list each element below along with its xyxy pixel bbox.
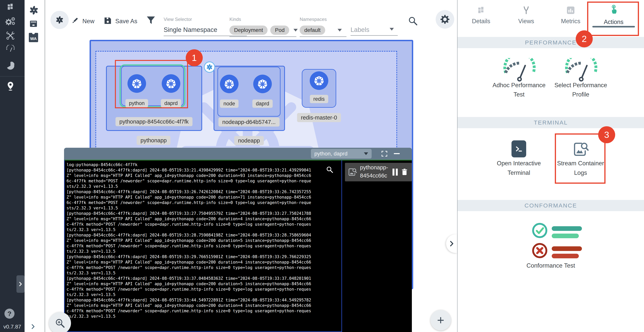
tools-icon[interactable] xyxy=(6,31,15,40)
tab-metrics[interactable]: Metrics xyxy=(553,4,588,29)
kinds-dropdown[interactable]: Deployment Pod xyxy=(230,25,298,35)
new-label: New xyxy=(82,18,94,25)
webassembly-icon[interactable]: WA xyxy=(29,33,38,42)
action-label: Profile xyxy=(572,91,589,98)
gauge-icon xyxy=(562,58,600,83)
labels-dropdown[interactable]: Labels xyxy=(350,24,398,35)
pod-name-label: redis-master-0 xyxy=(297,113,341,122)
chevron-down-icon xyxy=(390,28,394,30)
pause-icon[interactable] xyxy=(392,169,398,176)
rail-divider xyxy=(0,76,24,77)
version-label: v0.7.87 xyxy=(0,324,24,330)
settings-button[interactable] xyxy=(436,10,454,29)
chevron-down-icon xyxy=(294,29,298,31)
app-root: ? v0.7.87 WA New Save As View Selector S… xyxy=(0,0,644,332)
fail-line xyxy=(552,246,582,251)
kubernetes-container-icon xyxy=(256,78,268,90)
log-viewport[interactable]: log:pythonapp-8454cc66c-4f7fk [pythonapp… xyxy=(64,160,342,332)
funnel-icon[interactable] xyxy=(146,15,156,25)
pod-name-label: nodeapp-d64b5747... xyxy=(218,118,280,127)
gauge-icon[interactable] xyxy=(6,45,16,53)
annotation-box-1 xyxy=(115,60,188,108)
container-node[interactable] xyxy=(220,75,238,93)
panel-collapse-button[interactable] xyxy=(446,234,457,253)
annotation-box-2 xyxy=(587,1,639,36)
terminal-header: python, daprd xyxy=(64,148,412,160)
kubernetes-container-icon xyxy=(223,78,235,90)
zoom-in-icon xyxy=(54,318,66,329)
conformance-header: CONFORMANCE xyxy=(458,200,644,211)
details-grid-icon xyxy=(477,6,486,15)
kinds-label: Kinds xyxy=(230,17,241,22)
container-selector-value: python, daprd xyxy=(314,151,364,157)
tab-label: Views xyxy=(518,18,534,25)
action-label: Conformance Test xyxy=(526,262,575,269)
wa-label: WA xyxy=(29,36,38,41)
check-circle-icon xyxy=(532,222,548,239)
cluster-button[interactable] xyxy=(50,11,69,29)
container-daprd-node[interactable] xyxy=(253,75,272,93)
metrics-bars-icon xyxy=(566,6,575,15)
pod-name-label: pythonapp-8454cc66c-4f7fk xyxy=(116,117,192,126)
pie-chart-icon[interactable] xyxy=(6,61,15,70)
annotation-box-3 xyxy=(555,133,606,184)
stream-tab-title: 8454cc66c xyxy=(360,172,387,179)
annotation-badge-2: 2 xyxy=(576,30,593,47)
zoom-button[interactable] xyxy=(49,312,71,332)
new-button[interactable]: New xyxy=(70,15,97,26)
action-label: Terminal xyxy=(508,169,530,176)
plugin-rail: WA xyxy=(24,0,45,332)
minimize-icon[interactable] xyxy=(394,153,400,154)
magnifier-cursor-icon xyxy=(326,166,334,174)
container-label: redis xyxy=(310,95,328,103)
terminal-header: TERMINAL xyxy=(458,117,644,128)
dapr-pinwheel-icon xyxy=(206,63,213,71)
chevron-down-icon xyxy=(338,29,342,31)
pinwheel-icon[interactable] xyxy=(29,5,39,15)
tab-details[interactable]: Details xyxy=(464,4,498,29)
kind-chip[interactable]: Deployment xyxy=(230,25,268,35)
chevron-right-icon[interactable] xyxy=(30,323,36,330)
tab-views[interactable]: Views xyxy=(509,4,544,29)
kind-chip[interactable]: Pod xyxy=(270,25,289,35)
x-circle-icon xyxy=(532,242,548,259)
container-selector-dropdown[interactable]: python, daprd xyxy=(311,149,372,159)
deployment-name-label: pythonapp xyxy=(136,136,170,145)
rail-expand-button[interactable] xyxy=(16,275,24,293)
container-redis[interactable] xyxy=(310,71,328,90)
help-button[interactable]: ? xyxy=(4,309,14,319)
namespaces-dropdown[interactable]: default xyxy=(300,25,342,35)
deployment-name-label: nodeapp xyxy=(234,136,264,145)
container-label: node xyxy=(220,100,238,108)
fullscreen-icon[interactable] xyxy=(381,150,388,157)
container-label: daprd xyxy=(252,100,272,108)
trash-icon[interactable] xyxy=(401,168,408,176)
view-selector-value: Single Namespace xyxy=(164,26,217,33)
floppy-icon xyxy=(103,16,112,25)
pass-line xyxy=(552,226,582,231)
tab-label: Metrics xyxy=(561,18,580,25)
fail-line xyxy=(552,254,579,258)
left-rail: ? v0.7.87 xyxy=(0,0,24,332)
chevron-right-icon xyxy=(448,240,456,247)
right-panel xyxy=(457,0,644,332)
gears-icon[interactable] xyxy=(5,16,16,27)
log-streams-panel: pythonapp- 8454cc66c xyxy=(342,160,412,332)
search-icon[interactable] xyxy=(408,15,418,26)
labels-placeholder: Labels xyxy=(350,26,369,33)
views-branch-icon xyxy=(522,6,531,15)
pass-line xyxy=(552,234,579,238)
namespace-chip[interactable]: default xyxy=(300,25,325,35)
action-label: Open Interactive xyxy=(497,160,541,167)
add-button[interactable]: + xyxy=(430,310,451,331)
dashboard-icon[interactable] xyxy=(6,3,15,11)
performance-header: PERFORMANCE xyxy=(458,37,644,48)
action-label: Test xyxy=(514,91,525,98)
save-as-button[interactable]: Save As xyxy=(102,15,139,26)
kubernetes-container-icon xyxy=(313,75,325,87)
tab-label: Details xyxy=(472,18,490,25)
location-pin-icon[interactable] xyxy=(6,81,15,91)
log-stream-tab[interactable]: pythonapp- 8454cc66c xyxy=(345,163,412,181)
namespaces-label: Namespaces xyxy=(300,17,327,22)
archive-icon[interactable] xyxy=(29,19,38,29)
